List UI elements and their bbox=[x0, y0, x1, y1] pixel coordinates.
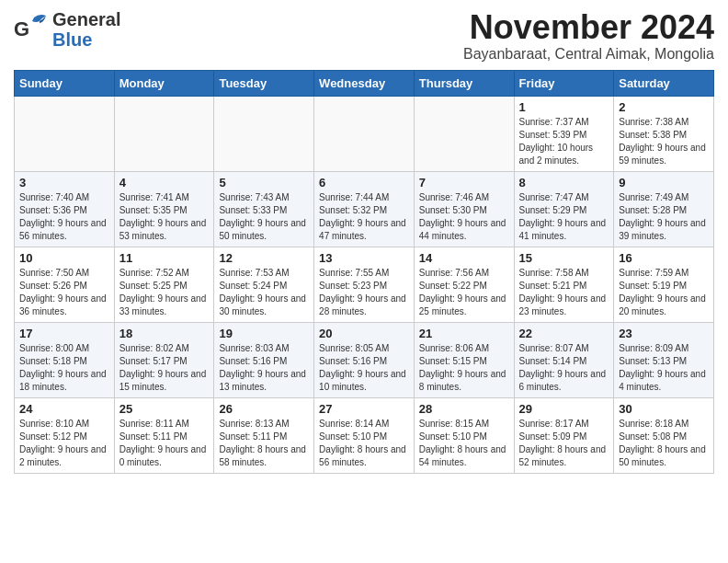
day-number: 14 bbox=[419, 251, 509, 265]
day-info: Sunrise: 7:40 AM Sunset: 5:36 PM Dayligh… bbox=[19, 191, 109, 243]
day-info: Sunrise: 8:02 AM Sunset: 5:17 PM Dayligh… bbox=[119, 342, 210, 394]
day-of-week-header: Friday bbox=[514, 70, 614, 96]
calendar-day-cell: 6Sunrise: 7:44 AM Sunset: 5:32 PM Daylig… bbox=[314, 171, 415, 247]
day-number: 1 bbox=[519, 100, 609, 114]
day-number: 24 bbox=[19, 402, 109, 416]
day-number: 9 bbox=[619, 176, 709, 190]
day-number: 2 bbox=[619, 100, 709, 114]
day-number: 12 bbox=[219, 251, 309, 265]
calendar-day-cell: 24Sunrise: 8:10 AM Sunset: 5:12 PM Dayli… bbox=[15, 397, 115, 473]
day-of-week-header: Monday bbox=[114, 70, 214, 96]
day-number: 21 bbox=[419, 327, 509, 340]
day-number: 3 bbox=[19, 176, 109, 190]
calendar-day-cell bbox=[15, 96, 115, 171]
day-number: 6 bbox=[319, 176, 409, 190]
day-info: Sunrise: 8:07 AM Sunset: 5:14 PM Dayligh… bbox=[519, 342, 609, 394]
day-of-week-header: Thursday bbox=[414, 70, 514, 96]
calendar-week-row: 24Sunrise: 8:10 AM Sunset: 5:12 PM Dayli… bbox=[15, 397, 714, 473]
day-info: Sunrise: 7:41 AM Sunset: 5:35 PM Dayligh… bbox=[119, 191, 210, 243]
calendar-day-cell: 17Sunrise: 8:00 AM Sunset: 5:18 PM Dayli… bbox=[15, 322, 115, 397]
day-number: 4 bbox=[119, 176, 210, 190]
day-number: 5 bbox=[219, 176, 309, 190]
logo-blue: Blue bbox=[52, 29, 92, 50]
calendar-day-cell: 13Sunrise: 7:55 AM Sunset: 5:23 PM Dayli… bbox=[314, 247, 415, 322]
day-info: Sunrise: 8:15 AM Sunset: 5:10 PM Dayligh… bbox=[419, 418, 509, 469]
day-info: Sunrise: 7:49 AM Sunset: 5:28 PM Dayligh… bbox=[619, 191, 709, 243]
calendar-day-cell: 15Sunrise: 7:58 AM Sunset: 5:21 PM Dayli… bbox=[514, 247, 614, 322]
calendar-day-cell: 16Sunrise: 7:59 AM Sunset: 5:19 PM Dayli… bbox=[614, 247, 714, 322]
title-section: November 2024 Bayanbaraat, Central Aimak… bbox=[463, 9, 714, 63]
day-info: Sunrise: 7:37 AM Sunset: 5:39 PM Dayligh… bbox=[519, 116, 609, 167]
calendar-day-cell: 21Sunrise: 8:06 AM Sunset: 5:15 PM Dayli… bbox=[414, 322, 514, 397]
day-number: 16 bbox=[619, 251, 709, 265]
logo-icon: G bbox=[14, 10, 49, 45]
day-info: Sunrise: 8:14 AM Sunset: 5:10 PM Dayligh… bbox=[319, 418, 409, 469]
calendar-day-cell: 28Sunrise: 8:15 AM Sunset: 5:10 PM Dayli… bbox=[414, 397, 514, 473]
day-info: Sunrise: 8:03 AM Sunset: 5:16 PM Dayligh… bbox=[219, 342, 309, 394]
calendar-table: SundayMondayTuesdayWednesdayThursdayFrid… bbox=[14, 70, 714, 474]
day-of-week-header: Sunday bbox=[15, 70, 115, 96]
day-number: 25 bbox=[119, 402, 210, 416]
calendar-day-cell bbox=[114, 96, 214, 171]
day-number: 23 bbox=[619, 327, 709, 340]
logo-general: General bbox=[52, 9, 120, 29]
calendar-day-cell: 3Sunrise: 7:40 AM Sunset: 5:36 PM Daylig… bbox=[15, 171, 115, 247]
day-number: 22 bbox=[519, 327, 609, 340]
calendar-header-row: SundayMondayTuesdayWednesdayThursdayFrid… bbox=[15, 70, 714, 96]
calendar-day-cell: 8Sunrise: 7:47 AM Sunset: 5:29 PM Daylig… bbox=[514, 171, 614, 247]
day-number: 13 bbox=[319, 251, 409, 265]
day-number: 30 bbox=[619, 402, 709, 416]
day-info: Sunrise: 7:50 AM Sunset: 5:26 PM Dayligh… bbox=[19, 267, 109, 318]
day-number: 27 bbox=[319, 402, 409, 416]
day-number: 15 bbox=[519, 251, 609, 265]
calendar-day-cell: 10Sunrise: 7:50 AM Sunset: 5:26 PM Dayli… bbox=[15, 247, 115, 322]
day-info: Sunrise: 7:55 AM Sunset: 5:23 PM Dayligh… bbox=[319, 267, 409, 318]
calendar-day-cell: 20Sunrise: 8:05 AM Sunset: 5:16 PM Dayli… bbox=[314, 322, 415, 397]
calendar-day-cell: 4Sunrise: 7:41 AM Sunset: 5:35 PM Daylig… bbox=[114, 171, 214, 247]
svg-text:G: G bbox=[14, 17, 29, 40]
day-info: Sunrise: 7:56 AM Sunset: 5:22 PM Dayligh… bbox=[419, 267, 509, 318]
calendar-week-row: 10Sunrise: 7:50 AM Sunset: 5:26 PM Dayli… bbox=[15, 247, 714, 322]
day-info: Sunrise: 7:38 AM Sunset: 5:38 PM Dayligh… bbox=[619, 116, 709, 167]
location-subtitle: Bayanbaraat, Central Aimak, Mongolia bbox=[463, 46, 714, 63]
month-year-title: November 2024 bbox=[463, 9, 714, 46]
calendar-day-cell: 26Sunrise: 8:13 AM Sunset: 5:11 PM Dayli… bbox=[214, 397, 314, 473]
calendar-day-cell bbox=[314, 96, 415, 171]
day-info: Sunrise: 8:10 AM Sunset: 5:12 PM Dayligh… bbox=[19, 418, 109, 469]
calendar-day-cell: 25Sunrise: 8:11 AM Sunset: 5:11 PM Dayli… bbox=[114, 397, 214, 473]
day-info: Sunrise: 8:18 AM Sunset: 5:08 PM Dayligh… bbox=[619, 418, 709, 469]
day-number: 10 bbox=[19, 251, 109, 265]
day-number: 28 bbox=[419, 402, 509, 416]
calendar-day-cell: 19Sunrise: 8:03 AM Sunset: 5:16 PM Dayli… bbox=[214, 322, 314, 397]
day-info: Sunrise: 8:09 AM Sunset: 5:13 PM Dayligh… bbox=[619, 342, 709, 394]
calendar-week-row: 1Sunrise: 7:37 AM Sunset: 5:39 PM Daylig… bbox=[15, 96, 714, 171]
day-number: 17 bbox=[19, 327, 109, 340]
day-info: Sunrise: 7:52 AM Sunset: 5:25 PM Dayligh… bbox=[119, 267, 210, 318]
day-number: 18 bbox=[119, 327, 210, 340]
day-info: Sunrise: 7:46 AM Sunset: 5:30 PM Dayligh… bbox=[419, 191, 509, 243]
day-of-week-header: Saturday bbox=[614, 70, 714, 96]
calendar-day-cell: 18Sunrise: 8:02 AM Sunset: 5:17 PM Dayli… bbox=[114, 322, 214, 397]
day-number: 29 bbox=[519, 402, 609, 416]
calendar-day-cell bbox=[214, 96, 314, 171]
day-info: Sunrise: 8:13 AM Sunset: 5:11 PM Dayligh… bbox=[219, 418, 309, 469]
calendar-week-row: 3Sunrise: 7:40 AM Sunset: 5:36 PM Daylig… bbox=[15, 171, 714, 247]
logo: G General Blue bbox=[14, 9, 120, 50]
day-info: Sunrise: 8:11 AM Sunset: 5:11 PM Dayligh… bbox=[119, 418, 210, 469]
day-number: 26 bbox=[219, 402, 309, 416]
day-info: Sunrise: 7:43 AM Sunset: 5:33 PM Dayligh… bbox=[219, 191, 309, 243]
day-of-week-header: Wednesday bbox=[314, 70, 415, 96]
day-info: Sunrise: 7:47 AM Sunset: 5:29 PM Dayligh… bbox=[519, 191, 609, 243]
calendar-week-row: 17Sunrise: 8:00 AM Sunset: 5:18 PM Dayli… bbox=[15, 322, 714, 397]
calendar-day-cell: 11Sunrise: 7:52 AM Sunset: 5:25 PM Dayli… bbox=[114, 247, 214, 322]
calendar-day-cell: 12Sunrise: 7:53 AM Sunset: 5:24 PM Dayli… bbox=[214, 247, 314, 322]
day-of-week-header: Tuesday bbox=[214, 70, 314, 96]
calendar-day-cell: 22Sunrise: 8:07 AM Sunset: 5:14 PM Dayli… bbox=[514, 322, 614, 397]
calendar-day-cell: 27Sunrise: 8:14 AM Sunset: 5:10 PM Dayli… bbox=[314, 397, 415, 473]
day-number: 11 bbox=[119, 251, 210, 265]
day-info: Sunrise: 7:53 AM Sunset: 5:24 PM Dayligh… bbox=[219, 267, 309, 318]
calendar-day-cell: 29Sunrise: 8:17 AM Sunset: 5:09 PM Dayli… bbox=[514, 397, 614, 473]
page-header: G General Blue November 2024 Bayanbaraat… bbox=[14, 9, 714, 63]
day-info: Sunrise: 8:17 AM Sunset: 5:09 PM Dayligh… bbox=[519, 418, 609, 469]
calendar-day-cell: 14Sunrise: 7:56 AM Sunset: 5:22 PM Dayli… bbox=[414, 247, 514, 322]
